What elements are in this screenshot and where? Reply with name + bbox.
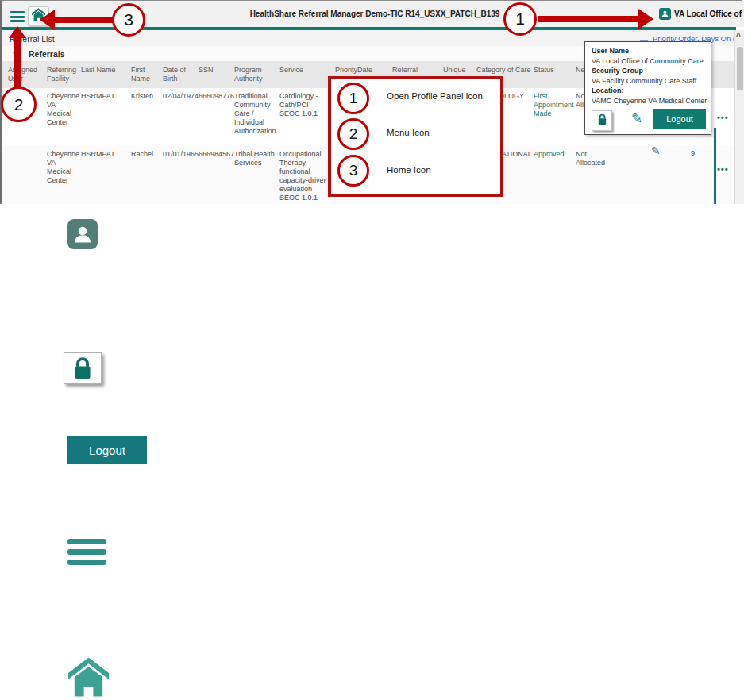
callout-circle-2: 2 bbox=[1, 87, 37, 122]
user-office-label: VA Local Office of Community Care bbox=[674, 10, 744, 18]
user-name-label: User Name bbox=[592, 47, 629, 55]
col-first-name[interactable]: First Name bbox=[131, 66, 156, 83]
callout-arrow-1 bbox=[538, 16, 638, 22]
lock-button[interactable] bbox=[592, 110, 612, 131]
row-actions-ellipsis-icon[interactable]: ••• bbox=[717, 165, 729, 174]
cell-program-authority: Traditional Community Care / Individual … bbox=[234, 92, 277, 136]
location-label: Location: bbox=[592, 87, 624, 94]
security-group-label: Security Group bbox=[592, 67, 643, 75]
referrals-section-title: Referrals bbox=[29, 49, 65, 59]
col-program-authority[interactable]: Program Authority bbox=[234, 66, 271, 83]
col-date-of-birth[interactable]: Date of Birth bbox=[163, 66, 193, 83]
col-assigned-user[interactable]: Assigned User bbox=[8, 66, 40, 83]
edit-profile-pencil-icon[interactable]: ✎ bbox=[631, 110, 642, 127]
col-last-name[interactable]: Last Name bbox=[81, 66, 129, 75]
user-name-value: VA Local Office of Community Care bbox=[592, 57, 704, 65]
lock-icon-large bbox=[64, 352, 102, 384]
callout-number-3: 3 bbox=[337, 155, 369, 187]
cell-network: Not Allocated bbox=[576, 150, 609, 167]
callout-circle-1: 1 bbox=[503, 2, 537, 36]
edit-pencil-icon[interactable]: ✎ bbox=[651, 147, 661, 156]
callout-legend-box: 1 2 3 Open Profile Panel icon Menu Icon … bbox=[328, 76, 503, 197]
callout-circle-3: 3 bbox=[112, 3, 145, 37]
col-ssn[interactable]: SSN bbox=[199, 66, 222, 75]
callout-arrow-2 bbox=[14, 37, 21, 89]
cell-first-name: Kristen bbox=[131, 92, 163, 101]
cell-first-name: Rachel bbox=[131, 150, 163, 159]
app-title: HealthShare Referral Manager Demo-TIC R1… bbox=[192, 10, 557, 18]
callout-arrowhead-2 bbox=[9, 26, 26, 38]
cell-last-name: HSRMPAT bbox=[81, 150, 129, 159]
cell-referring-facility: Cheyenne VA Medical Center bbox=[47, 92, 82, 127]
col-service[interactable]: Service bbox=[279, 66, 319, 75]
cell-ssn: 666984567 bbox=[199, 150, 237, 159]
callout-label-menu: Menu Icon bbox=[387, 128, 430, 137]
col-status[interactable]: Status bbox=[534, 66, 565, 75]
col-date[interactable]: Date bbox=[357, 66, 381, 75]
cell-ssn: 666098776 bbox=[199, 92, 237, 101]
table-accent-line bbox=[714, 128, 716, 204]
profile-panel: User Name VA Local Office of Community C… bbox=[584, 41, 711, 135]
cell-service: Cardiology - Cath/PCI SEOC 1.0.1 bbox=[279, 92, 330, 118]
lock-icon bbox=[597, 113, 607, 129]
cell-last-name: HSRMPAT bbox=[81, 92, 129, 101]
scroll-up-icon[interactable]: ^ bbox=[736, 32, 741, 40]
col-referring-facility[interactable]: Referring Facility bbox=[47, 66, 79, 83]
callout-number-1: 1 bbox=[337, 83, 369, 114]
cell-referring-facility: Cheyenne VA Medical Center bbox=[47, 150, 82, 185]
cell-status[interactable]: First Appointment Made bbox=[534, 92, 573, 118]
cell-days-on-list: 9 bbox=[691, 149, 695, 158]
col-referral[interactable]: Referral bbox=[392, 66, 426, 75]
cell-program-authority: Tribal Health Services bbox=[234, 150, 280, 167]
col-unique[interactable]: Unique bbox=[443, 66, 473, 75]
cell-status[interactable]: Approved bbox=[534, 150, 573, 159]
callout-label-home: Home Icon bbox=[387, 165, 431, 175]
security-group-value: VA Facility Community Care Staff bbox=[592, 77, 696, 85]
callout-arrow-3 bbox=[54, 17, 113, 23]
location-value: VAMC Cheyenne VA Medical Center bbox=[592, 97, 707, 105]
callout-number-2: 2 bbox=[337, 118, 369, 150]
cell-service: Occupational Therapy functional capacity… bbox=[279, 150, 330, 202]
callout-label-open-profile: Open Profile Panel icon bbox=[387, 91, 483, 101]
open-profile-panel-icon[interactable] bbox=[659, 8, 671, 20]
callout-arrowhead-1 bbox=[638, 9, 653, 29]
scrollbar-thumb[interactable] bbox=[737, 47, 743, 90]
open-profile-panel-icon-large bbox=[67, 219, 98, 249]
row-actions-ellipsis-icon[interactable]: ••• bbox=[717, 113, 729, 122]
screenshot-root: HealthShare Referral Manager Demo-TIC R1… bbox=[0, 0, 744, 700]
callout-arrowhead-3 bbox=[40, 10, 55, 30]
menu-icon[interactable] bbox=[10, 11, 25, 22]
menu-icon-large bbox=[67, 539, 106, 567]
logout-button-large: Logout bbox=[67, 436, 147, 464]
logout-button[interactable]: Logout bbox=[653, 109, 706, 129]
home-icon-large bbox=[67, 656, 110, 700]
